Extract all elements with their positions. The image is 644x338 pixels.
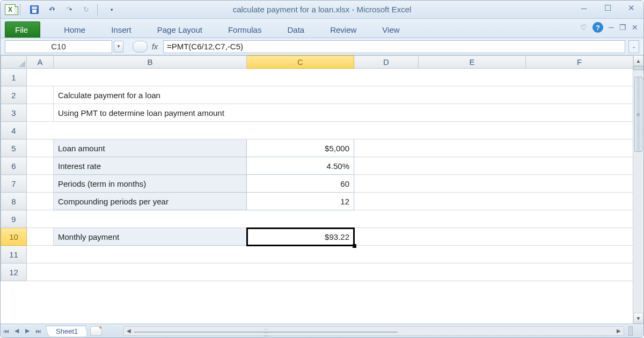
name-box-dropdown[interactable]: ▼ bbox=[114, 41, 123, 53]
col-header-C[interactable]: C bbox=[247, 56, 354, 69]
prev-sheet-button[interactable]: ◀ bbox=[11, 326, 22, 336]
row-header-7[interactable]: 7 bbox=[1, 175, 27, 193]
sheet-tab-label: Sheet1 bbox=[56, 327, 78, 335]
cell-value[interactable]: 12 bbox=[247, 193, 354, 210]
redo-button[interactable]: ↷▾ bbox=[62, 3, 76, 16]
cell-value[interactable]: 60 bbox=[247, 175, 354, 193]
tab-view[interactable]: View bbox=[375, 22, 407, 38]
cell-label[interactable]: Interest rate bbox=[54, 157, 247, 175]
vertical-split-handle[interactable] bbox=[633, 66, 643, 70]
cell[interactable] bbox=[27, 104, 54, 122]
spreadsheet-grid[interactable]: A B C D E F 1 2Calculate payment for a l… bbox=[1, 55, 633, 281]
chevron-down-icon: ▾ bbox=[70, 7, 72, 12]
select-all-button[interactable] bbox=[1, 56, 27, 69]
scroll-left-button[interactable]: ◀ bbox=[124, 328, 134, 334]
cell[interactable] bbox=[27, 69, 633, 86]
cell-label[interactable]: Periods (term in months) bbox=[54, 175, 247, 193]
formula-input[interactable]: =PMT(C6/12,C7,-C5) bbox=[163, 40, 625, 53]
chevron-down-icon: ▾ bbox=[53, 7, 55, 12]
cell[interactable] bbox=[27, 86, 54, 104]
save-button[interactable] bbox=[27, 3, 41, 16]
cell[interactable] bbox=[27, 175, 54, 193]
row-header-3[interactable]: 3 bbox=[1, 104, 27, 122]
workbook-minimize-button[interactable]: ─ bbox=[609, 23, 614, 32]
workbook-restore-button[interactable]: ❐ bbox=[619, 23, 626, 32]
worksheet-area: A B C D E F 1 2Calculate payment for a l… bbox=[1, 55, 643, 324]
scroll-right-button[interactable]: ▶ bbox=[614, 328, 624, 334]
maximize-button[interactable]: ☐ bbox=[601, 3, 614, 13]
cell[interactable] bbox=[354, 228, 633, 246]
workbook-close-button[interactable]: ✕ bbox=[632, 23, 638, 32]
first-sheet-button[interactable]: ⏮ bbox=[1, 326, 11, 336]
tab-page-layout[interactable]: Page Layout bbox=[150, 22, 210, 38]
minimize-button[interactable]: ─ bbox=[577, 3, 591, 13]
tab-home[interactable]: Home bbox=[56, 22, 93, 38]
row-header-12[interactable]: 12 bbox=[1, 263, 27, 281]
col-header-D[interactable]: D bbox=[354, 56, 419, 69]
cell[interactable] bbox=[354, 193, 633, 210]
cell[interactable] bbox=[27, 122, 633, 139]
scroll-up-button[interactable]: ▲ bbox=[633, 55, 643, 66]
customize-qat-button[interactable]: ▾ bbox=[105, 3, 119, 16]
save-icon bbox=[30, 5, 39, 14]
help-button[interactable]: ? bbox=[592, 22, 603, 33]
tab-insert[interactable]: Insert bbox=[104, 22, 139, 38]
formula-text: =PMT(C6/12,C7,-C5) bbox=[167, 42, 243, 51]
tab-review[interactable]: Review bbox=[323, 22, 364, 38]
row-header-2[interactable]: 2 bbox=[1, 86, 27, 104]
undo-button[interactable]: ↶▾ bbox=[45, 3, 58, 16]
horizontal-scrollbar[interactable]: ◀ ▶ bbox=[123, 326, 624, 336]
cell[interactable] bbox=[27, 263, 633, 281]
cancel-formula-button[interactable] bbox=[133, 41, 148, 53]
repeat-button[interactable]: ↻ bbox=[79, 3, 93, 16]
sheet-tab-active[interactable]: Sheet1 bbox=[46, 326, 88, 336]
file-tab[interactable]: File bbox=[5, 21, 40, 38]
cell-label[interactable]: Loan amount bbox=[54, 139, 247, 157]
col-header-F[interactable]: F bbox=[526, 56, 633, 69]
cell[interactable] bbox=[27, 193, 54, 210]
cell-value[interactable]: 4.50% bbox=[247, 157, 354, 175]
row-header-9[interactable]: 9 bbox=[1, 210, 27, 228]
fx-icon[interactable]: fx bbox=[152, 42, 158, 51]
scroll-down-button[interactable]: ▼ bbox=[633, 313, 643, 324]
cell-title[interactable]: Calculate payment for a loan bbox=[54, 86, 633, 104]
close-button[interactable]: ✕ bbox=[624, 3, 638, 13]
tab-formulas[interactable]: Formulas bbox=[221, 22, 269, 38]
vertical-scrollbar[interactable]: ▲ ▼ bbox=[633, 55, 643, 324]
row-header-8[interactable]: 8 bbox=[1, 193, 27, 210]
cell[interactable] bbox=[27, 246, 633, 263]
last-sheet-button[interactable]: ⏭ bbox=[33, 326, 43, 336]
cell-value[interactable]: $5,000 bbox=[247, 139, 354, 157]
tab-data[interactable]: Data bbox=[280, 22, 312, 38]
next-sheet-button[interactable]: ▶ bbox=[22, 326, 33, 336]
cell-label[interactable]: Monthly payment bbox=[54, 228, 247, 246]
new-sheet-button[interactable] bbox=[90, 326, 102, 336]
expand-formula-bar-button[interactable]: ⌄ bbox=[628, 40, 639, 53]
cell[interactable] bbox=[27, 139, 54, 157]
cell[interactable] bbox=[354, 139, 633, 157]
ribbon: File Home Insert Page Layout Formulas Da… bbox=[1, 19, 643, 38]
cell[interactable] bbox=[354, 157, 633, 175]
row-header-5[interactable]: 5 bbox=[1, 139, 27, 157]
cell[interactable] bbox=[27, 210, 633, 228]
vertical-scroll-thumb[interactable] bbox=[634, 77, 642, 152]
horizontal-split-handle[interactable] bbox=[628, 326, 633, 336]
name-box[interactable]: C10 ▼ bbox=[5, 40, 112, 53]
col-header-B[interactable]: B bbox=[54, 56, 247, 69]
cell[interactable] bbox=[27, 228, 54, 246]
horizontal-scroll-thumb[interactable] bbox=[134, 332, 398, 333]
title-bar: X ↶▾ ↷▾ ↻ ▾ calculate payment for a loan… bbox=[1, 1, 643, 19]
row-header-11[interactable]: 11 bbox=[1, 246, 27, 263]
cell-subtitle[interactable]: Using PMT to determine loan payment amou… bbox=[54, 104, 633, 122]
col-header-A[interactable]: A bbox=[27, 56, 54, 69]
cell[interactable] bbox=[27, 157, 54, 175]
row-header-10[interactable]: 10 bbox=[1, 228, 27, 246]
col-header-E[interactable]: E bbox=[419, 56, 526, 69]
cell-active[interactable]: $93.22 bbox=[247, 228, 354, 246]
cell-label[interactable]: Compounding periods per year bbox=[54, 193, 247, 210]
row-header-6[interactable]: 6 bbox=[1, 157, 27, 175]
cell[interactable] bbox=[354, 175, 633, 193]
minimize-ribbon-button[interactable]: ♡ bbox=[580, 23, 587, 32]
row-header-1[interactable]: 1 bbox=[1, 69, 27, 86]
row-header-4[interactable]: 4 bbox=[1, 122, 27, 139]
